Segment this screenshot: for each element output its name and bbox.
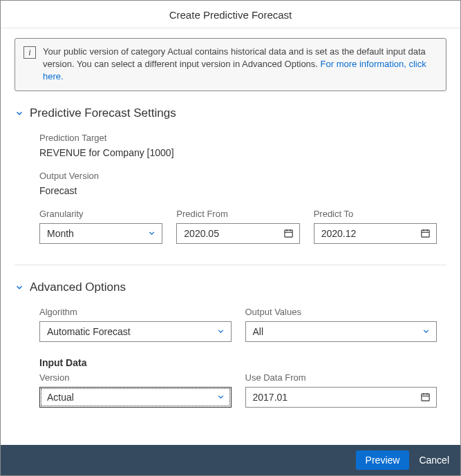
predict-from-label: Predict From (176, 209, 299, 219)
chevron-down-icon (216, 327, 225, 336)
settings-section-header[interactable]: Predictive Forecast Settings (15, 106, 437, 120)
algorithm-value: Automatic Forecast (47, 326, 131, 337)
settings-row: Granularity Month Predict From 2020.05 (24, 209, 437, 244)
predict-to-value: 2020.12 (321, 228, 357, 239)
output-values-col: Output Values All (245, 307, 438, 342)
use-data-from-input[interactable]: 2017.01 (245, 387, 438, 408)
advanced-row1: Algorithm Automatic Forecast Output Valu… (24, 307, 437, 342)
use-data-from-label: Use Data From (245, 372, 438, 383)
advanced-row2: Version Actual Use Data From 2017.01 (24, 372, 437, 408)
predict-to-label: Predict To (314, 209, 437, 219)
chevron-down-icon (216, 392, 225, 401)
dialog-footer: Preview Cancel (1, 445, 460, 475)
calendar-icon[interactable] (283, 228, 294, 238)
svg-rect-8 (422, 394, 429, 401)
algorithm-select[interactable]: Automatic Forecast (39, 321, 232, 342)
svg-rect-4 (422, 230, 429, 237)
calendar-icon[interactable] (420, 228, 431, 238)
version-select[interactable]: Actual (39, 387, 232, 408)
prediction-target-block: Prediction Target REVENUE for Company [1… (24, 133, 437, 158)
calendar-icon[interactable] (420, 392, 431, 402)
output-values-value: All (253, 326, 264, 337)
predict-to-input[interactable]: 2020.12 (314, 223, 437, 244)
version-value: Actual (47, 392, 74, 403)
chevron-down-icon (422, 327, 431, 336)
use-data-from-col: Use Data From 2017.01 (245, 372, 438, 408)
algorithm-label: Algorithm (39, 307, 232, 317)
cancel-button[interactable]: Cancel (419, 455, 449, 466)
section-divider (15, 265, 446, 265)
use-data-from-value: 2017.01 (253, 392, 288, 403)
output-version-label: Output Version (39, 171, 437, 181)
prediction-target-label: Prediction Target (39, 133, 437, 143)
chevron-down-icon (15, 108, 24, 118)
info-icon: i (23, 46, 36, 59)
granularity-col: Granularity Month (39, 209, 162, 244)
info-message: i Your public version of category Actual… (15, 38, 446, 91)
output-version-value: Forecast (39, 185, 437, 196)
preview-button[interactable]: Preview (356, 450, 410, 470)
dialog-title: Create Predictive Forecast (1, 1, 460, 28)
output-values-label: Output Values (245, 307, 438, 317)
version-label: Version (39, 372, 232, 383)
predict-to-col: Predict To 2020.12 (314, 209, 437, 244)
predict-from-value: 2020.05 (184, 228, 219, 239)
input-data-title: Input Data (24, 357, 437, 368)
chevron-down-icon (147, 229, 156, 238)
settings-section-title: Predictive Forecast Settings (30, 106, 176, 120)
granularity-label: Granularity (39, 209, 162, 219)
version-col: Version Actual (39, 372, 232, 408)
advanced-section: Advanced Options Algorithm Automatic For… (15, 280, 446, 408)
advanced-section-title: Advanced Options (30, 280, 126, 294)
settings-section: Predictive Forecast Settings Prediction … (15, 106, 446, 244)
granularity-select[interactable]: Month (39, 223, 162, 244)
svg-rect-0 (285, 230, 292, 237)
info-text-block: Your public version of category Actual c… (43, 46, 438, 84)
advanced-section-header[interactable]: Advanced Options (15, 280, 437, 294)
algorithm-col: Algorithm Automatic Forecast (39, 307, 232, 342)
prediction-target-value: REVENUE for Company [1000] (39, 147, 437, 158)
output-version-block: Output Version Forecast (24, 171, 437, 196)
create-predictive-forecast-dialog: Create Predictive Forecast i Your public… (0, 0, 461, 476)
output-values-select[interactable]: All (245, 321, 438, 342)
granularity-value: Month (47, 228, 74, 239)
predict-from-input[interactable]: 2020.05 (176, 223, 299, 244)
predict-from-col: Predict From 2020.05 (176, 209, 299, 244)
chevron-down-icon (15, 283, 24, 292)
dialog-content: i Your public version of category Actual… (1, 28, 460, 445)
